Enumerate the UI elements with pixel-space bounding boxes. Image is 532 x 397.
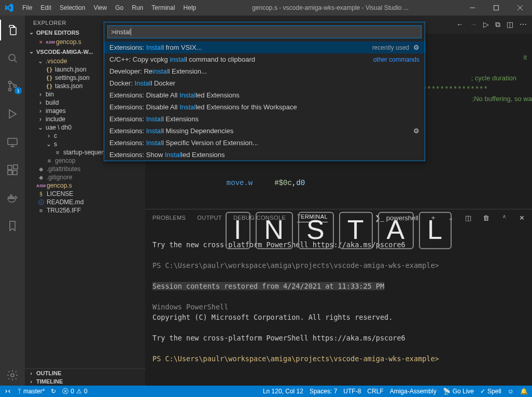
gear-icon[interactable]: ⚙	[413, 127, 419, 135]
git-icon: ◆	[37, 174, 45, 181]
keycap: T	[339, 211, 373, 249]
palette-item[interactable]: Extensions: Install Missing Dependencies…	[104, 125, 425, 137]
file-tru256[interactable]: ≡TRU256.IFF	[25, 206, 145, 215]
status-encoding[interactable]: UTF-8	[343, 388, 361, 395]
svg-line-5	[15, 60, 17, 63]
menu-edit[interactable]: Edit	[36, 0, 55, 16]
status-errors[interactable]: ⓧ 0 ⚠ 0	[62, 387, 87, 396]
status-language[interactable]: Amiga-Assembly	[390, 388, 437, 395]
run-icon[interactable]: ▷	[483, 20, 489, 29]
activity-bar: 1	[0, 16, 25, 386]
window-close[interactable]	[508, 0, 532, 16]
activity-bookmarks[interactable]	[0, 216, 25, 236]
file-gencop-s[interactable]: ASMgencop.s	[25, 181, 145, 190]
terminal-content[interactable]: Try the new cross-platform PowerShell ht…	[145, 226, 532, 386]
split-editor-icon[interactable]: ◫	[507, 20, 513, 29]
activity-run-debug[interactable]	[0, 104, 25, 124]
license-icon: §	[37, 190, 45, 197]
split-terminal-icon[interactable]: ◫	[465, 214, 471, 222]
code-comment: ; cycle duration	[471, 74, 516, 82]
more-icon[interactable]: ⋯	[520, 20, 527, 29]
palette-item[interactable]: Extensions: Install Extensions	[104, 113, 425, 125]
palette-item[interactable]: Extensions: Disable All Installed Extens…	[104, 101, 425, 113]
outline-section[interactable]: ›OUTLINE	[25, 369, 145, 377]
code-comment: ;No buffering, so wa	[472, 95, 532, 103]
close-icon[interactable]: ×	[37, 38, 45, 46]
file-license[interactable]: §LICENSE	[25, 190, 145, 198]
activity-explorer[interactable]	[0, 20, 25, 40]
palette-item[interactable]: Extensions: Install Specific Version of …	[104, 137, 425, 149]
info-icon: ⓘ	[37, 198, 45, 206]
svg-point-6	[9, 81, 11, 84]
status-golive[interactable]: 📡 Go Live	[443, 388, 474, 395]
code-comment: it	[524, 53, 527, 61]
activity-docker[interactable]	[0, 188, 25, 208]
menu-terminal[interactable]: Terminal	[147, 0, 179, 16]
status-sync[interactable]: ↻	[51, 388, 56, 395]
svg-rect-13	[8, 171, 12, 175]
palette-item[interactable]: Developer: Reinstall Extension...	[104, 65, 425, 77]
go-back-icon[interactable]: ←	[456, 20, 464, 29]
kill-terminal-icon[interactable]: 🗑	[483, 214, 489, 222]
window-title: gencop.s - vscode-amiga-wks-example - Vi…	[200, 4, 460, 11]
keycap: N	[256, 211, 293, 249]
app-logo	[0, 4, 18, 12]
status-bar: ᛘ master* ↻ ⓧ 0 ⚠ 0 Ln 120, Col 12 Space…	[0, 386, 532, 397]
status-remote[interactable]	[4, 388, 11, 395]
screencast-overlay: I N S T A L	[226, 211, 452, 249]
chevron-down-icon: ⌄	[28, 48, 34, 55]
git-icon: ◆	[37, 165, 45, 173]
timeline-section[interactable]: ›TIMELINE	[25, 377, 145, 386]
activity-settings[interactable]	[0, 365, 25, 386]
scm-badge: 1	[15, 87, 22, 94]
svg-point-4	[9, 54, 15, 61]
svg-rect-19	[10, 195, 12, 196]
palette-item[interactable]: C/C++: Copy vcpkg install command to cli…	[104, 53, 425, 65]
command-palette-input[interactable]: >instal	[107, 25, 422, 38]
status-feedback[interactable]: ☺	[508, 388, 514, 395]
svg-rect-9	[8, 138, 17, 145]
menu-help[interactable]: Help	[179, 0, 201, 16]
palette-item[interactable]: Docker: Install Docker	[104, 77, 425, 89]
keycap: I	[226, 211, 250, 249]
svg-rect-14	[13, 171, 17, 175]
command-palette: >instal Extensions: Install from VSIX...…	[104, 22, 425, 161]
status-eol[interactable]: CRLF	[367, 388, 383, 395]
svg-rect-15	[13, 165, 18, 169]
menu-go[interactable]: Go	[111, 0, 128, 16]
svg-point-8	[14, 85, 17, 88]
tab-output[interactable]: OUTPUT	[197, 215, 222, 221]
menu-selection[interactable]: Selection	[55, 0, 89, 16]
go-forward-icon[interactable]: →	[470, 20, 477, 29]
status-cursor[interactable]: Ln 120, Col 12	[263, 388, 303, 395]
svg-rect-12	[8, 165, 12, 169]
menu-view[interactable]: View	[89, 0, 111, 16]
palette-item[interactable]: Extensions: Install from VSIX... recentl…	[104, 41, 425, 53]
palette-item[interactable]: Extensions: Disable All Installed Extens…	[104, 89, 425, 101]
window-minimize[interactable]	[460, 0, 484, 16]
asm-file-icon: ASM	[37, 182, 45, 189]
palette-item[interactable]: Extensions: Show Installed Extensions	[104, 149, 425, 161]
menu-file[interactable]: File	[18, 0, 36, 16]
activity-scm[interactable]: 1	[0, 76, 25, 96]
status-notifications[interactable]: 🔔	[520, 388, 528, 395]
status-branch[interactable]: ᛘ master*	[18, 388, 45, 395]
file-readme[interactable]: ⓘREADME.md	[25, 198, 145, 206]
file-gitignore[interactable]: ◆.gitignore	[25, 173, 145, 181]
close-panel-icon[interactable]: ✕	[519, 214, 525, 222]
tab-problems[interactable]: PROBLEMS	[152, 215, 186, 221]
activity-extensions[interactable]	[0, 160, 25, 180]
status-spell[interactable]: ✓ Spell	[480, 388, 501, 395]
status-indent[interactable]: Spaces: 7	[310, 388, 337, 395]
svg-point-20	[11, 374, 14, 377]
menu-run[interactable]: Run	[128, 0, 147, 16]
gear-icon[interactable]: ⚙	[413, 44, 419, 51]
keycap: S	[298, 211, 334, 249]
maximize-panel-icon[interactable]: ＾	[501, 213, 508, 222]
window-maximize[interactable]	[484, 0, 508, 16]
file-gitattributes[interactable]: ◆.gitattributes	[25, 165, 145, 173]
activity-remote[interactable]	[0, 132, 25, 152]
activity-search[interactable]	[0, 48, 25, 68]
compare-icon[interactable]: ⧉	[495, 20, 500, 29]
svg-point-7	[9, 89, 11, 91]
